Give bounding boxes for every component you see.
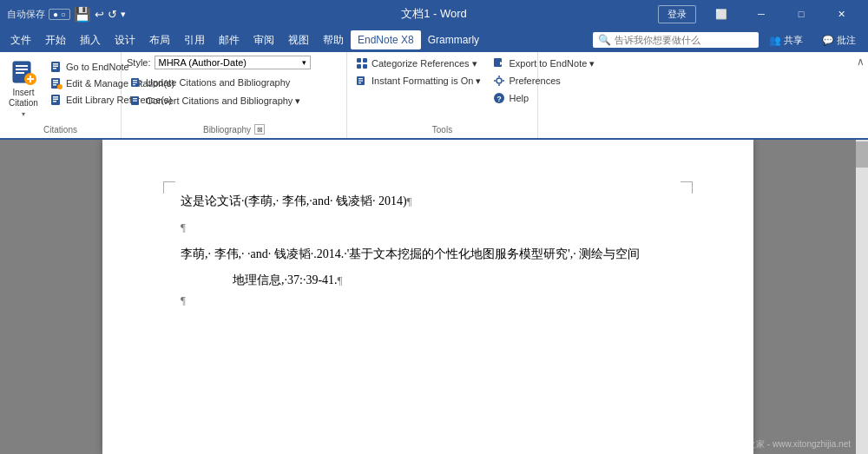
ribbon-content: InsertCitation ▾ Go to EndNote Edit & Ma… bbox=[0, 52, 868, 140]
citations-group: InsertCitation ▾ Go to EndNote Edit & Ma… bbox=[0, 52, 122, 138]
svg-rect-12 bbox=[53, 80, 58, 82]
minimize-button[interactable]: ─ bbox=[741, 0, 781, 28]
share-icon: 👥 bbox=[769, 35, 781, 46]
undo-icon[interactable]: ↩ bbox=[95, 8, 104, 21]
reference-paragraph[interactable]: 李萌,· 李伟,· ·and· 钱凌韬·.2014.·'基于文本挖掘的个性化地图… bbox=[181, 245, 675, 264]
ribbon-collapse-area: ∧ bbox=[853, 52, 868, 138]
menu-help[interactable]: 帮助 bbox=[316, 30, 351, 51]
save-icon[interactable]: 💾 bbox=[74, 6, 91, 23]
login-button[interactable]: 登录 bbox=[658, 5, 696, 23]
page: 这是论文话·(李萌,· 李伟,·and· 钱凌韬· 2014)¶ ¶ 李萌,· … bbox=[102, 140, 753, 454]
insert-citation-button[interactable]: InsertCitation ▾ bbox=[3, 56, 43, 121]
svg-point-15 bbox=[57, 84, 62, 89]
autosave-label: 自动保存 bbox=[7, 8, 45, 21]
menu-endnote[interactable]: EndNote X8 bbox=[351, 30, 421, 49]
menu-mailings[interactable]: 邮件 bbox=[212, 30, 247, 51]
svg-rect-34 bbox=[358, 82, 361, 83]
search-box[interactable]: 🔍 bbox=[593, 32, 759, 48]
redo-icon[interactable]: ↺ bbox=[108, 8, 117, 21]
export-label: Export to EndNote ▾ bbox=[509, 58, 595, 69]
tools-group-label: Tools bbox=[432, 125, 452, 135]
help-button[interactable]: ? Help bbox=[490, 90, 598, 106]
pilcrow-2: ¶ bbox=[181, 220, 186, 234]
svg-rect-1 bbox=[16, 65, 28, 67]
ref-line-2: 地理信息,·37:·39-41. bbox=[233, 273, 338, 286]
style-dropdown-icon: ▾ bbox=[302, 58, 306, 67]
svg-rect-29 bbox=[357, 64, 361, 69]
pilcrow-1: ¶ bbox=[407, 194, 412, 207]
document-content: 这是论文话·(李萌,· 李伟,·and· 钱凌韬· 2014)¶ ¶ 李萌,· … bbox=[181, 192, 675, 310]
convert-citations-button[interactable]: Convert Citations and Bibliography ▾ bbox=[127, 93, 341, 109]
svg-rect-23 bbox=[133, 84, 135, 85]
scrollbar-thumb[interactable] bbox=[856, 141, 868, 168]
menu-layout[interactable]: 布局 bbox=[142, 30, 177, 51]
instant-formatting-button[interactable]: Instant Formatting is On ▾ bbox=[352, 73, 484, 89]
categorize-icon bbox=[356, 57, 368, 69]
bibliography-group-label-row: Bibliography ⊠ bbox=[122, 122, 346, 136]
citations-group-label-row: Citations bbox=[0, 122, 121, 136]
preferences-icon bbox=[493, 75, 505, 87]
window-controls: ⬜ ─ □ ✕ bbox=[701, 0, 861, 28]
window-title: 文档1 - Word bbox=[401, 6, 467, 22]
svg-rect-10 bbox=[53, 68, 56, 69]
instant-formatting-label: Instant Formatting is On ▾ bbox=[372, 76, 481, 87]
paragraph-3[interactable]: ¶ bbox=[181, 291, 675, 310]
comment-button[interactable]: 💬 批注 bbox=[813, 31, 865, 49]
menu-right: 🔍 👥 共享 💬 批注 bbox=[593, 31, 865, 49]
svg-rect-3 bbox=[16, 72, 24, 74]
help-label: Help bbox=[509, 93, 529, 103]
margin-bracket-right bbox=[681, 181, 693, 194]
menu-view[interactable]: 视图 bbox=[281, 30, 316, 51]
comment-icon: 💬 bbox=[822, 35, 834, 46]
svg-rect-28 bbox=[363, 58, 367, 63]
search-input[interactable] bbox=[615, 35, 753, 45]
share-button[interactable]: 👥 共享 bbox=[760, 31, 812, 49]
menu-file[interactable]: 文件 bbox=[3, 30, 38, 51]
svg-point-36 bbox=[496, 78, 502, 83]
bibliography-expand-button[interactable]: ⊠ bbox=[254, 124, 265, 135]
paragraph-2[interactable]: ¶ bbox=[181, 218, 675, 237]
svg-rect-27 bbox=[357, 58, 361, 63]
svg-rect-14 bbox=[53, 84, 56, 86]
menu-review[interactable]: 审阅 bbox=[247, 30, 281, 51]
menu-home[interactable]: 开始 bbox=[38, 30, 73, 51]
help-icon: ? bbox=[493, 92, 505, 104]
maximize-button[interactable]: □ bbox=[781, 0, 821, 28]
bibliography-group-label: Bibliography bbox=[203, 125, 251, 135]
menu-design[interactable]: 设计 bbox=[108, 30, 142, 51]
style-select[interactable]: MHRA (Author-Date) ▾ bbox=[155, 56, 311, 69]
menu-bar: Citations 文件 开始 插入 设计 布局 引用 邮件 审阅 视图 帮助 … bbox=[0, 28, 868, 52]
ribbon-collapse-arrow[interactable]: ∧ bbox=[857, 56, 865, 68]
svg-rect-17 bbox=[53, 96, 58, 98]
quick-access-toolbar: 自动保存 ● ○ 💾 ↩ ↺ ▾ bbox=[7, 6, 126, 23]
update-bibliography-button[interactable]: Update Citations and Bibliography bbox=[127, 75, 341, 90]
svg-rect-32 bbox=[358, 78, 363, 79]
watermark: 系统之家 - www.xitongzhijia.net bbox=[730, 438, 851, 451]
goto-endnote-icon bbox=[50, 61, 62, 73]
menu-references[interactable]: 引用 bbox=[177, 30, 212, 51]
svg-rect-19 bbox=[53, 101, 56, 102]
customize-icon[interactable]: ▾ bbox=[121, 9, 126, 20]
svg-text:?: ? bbox=[497, 95, 503, 103]
ribbon-collapse-button[interactable]: ⬜ bbox=[701, 0, 741, 28]
close-button[interactable]: ✕ bbox=[821, 0, 861, 28]
document-area: 这是论文话·(李萌,· 李伟,·and· 钱凌韬· 2014)¶ ¶ 李萌,· … bbox=[0, 140, 868, 454]
insert-citation-label: InsertCitation bbox=[9, 88, 38, 109]
citations-group-label: Citations bbox=[43, 125, 77, 135]
insert-citation-dropdown[interactable]: ▾ bbox=[22, 110, 25, 118]
preferences-label: Preferences bbox=[509, 76, 560, 86]
export-endnote-button[interactable]: Export to EndNote ▾ bbox=[490, 56, 598, 71]
edit-library-icon bbox=[50, 94, 62, 106]
insert-citation-icon bbox=[10, 58, 37, 86]
paragraph-1[interactable]: 这是论文话·(李萌,· 李伟,·and· 钱凌韬· 2014)¶ bbox=[181, 192, 675, 211]
categorize-button[interactable]: Categorize References ▾ bbox=[352, 56, 484, 71]
menu-grammarly[interactable]: Grammarly bbox=[421, 30, 486, 49]
preferences-button[interactable]: Preferences bbox=[490, 73, 598, 89]
update-icon bbox=[130, 76, 142, 89]
style-row: Style: MHRA (Author-Date) ▾ bbox=[127, 56, 341, 69]
menu-insert[interactable]: 插入 bbox=[73, 30, 108, 51]
site-text: 系统之家 bbox=[730, 439, 765, 449]
style-value: MHRA (Author-Date) bbox=[159, 57, 302, 68]
autosave-toggle[interactable]: ● ○ bbox=[49, 9, 70, 20]
vertical-scrollbar[interactable] bbox=[856, 140, 868, 454]
